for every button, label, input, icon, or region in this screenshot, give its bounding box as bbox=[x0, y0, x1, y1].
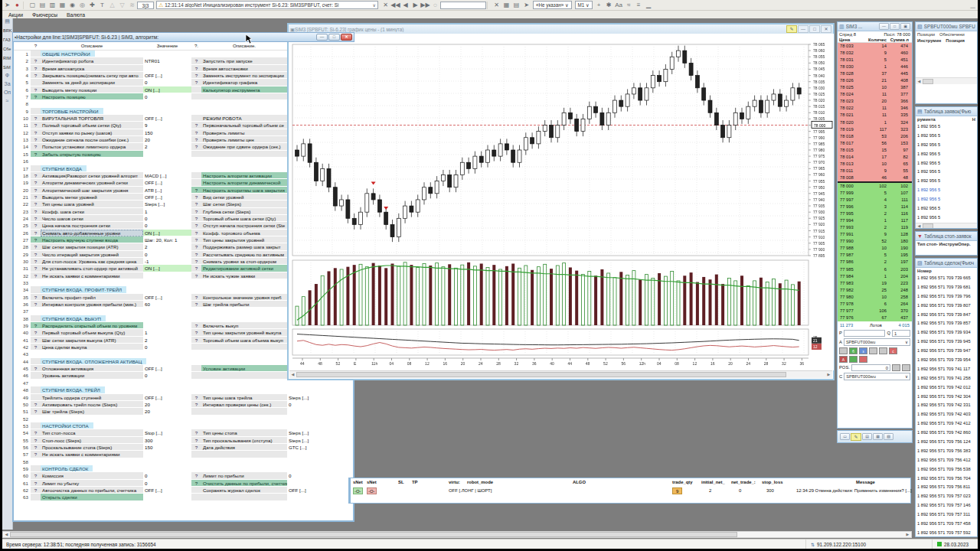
ask-row[interactable]: 78 0084648 bbox=[838, 174, 912, 181]
ticker-shortcut[interactable]: Сбе bbox=[2, 45, 12, 54]
help-button[interactable]: ? bbox=[191, 429, 201, 436]
tab-обеспечени[interactable]: Обеспечени bbox=[939, 32, 965, 37]
minimize-app-icon[interactable]: ▁ bbox=[644, 1, 654, 10]
tile-horizontal-icon[interactable]: ▤ bbox=[38, 1, 47, 10]
param-value[interactable]: 20 bbox=[143, 136, 191, 143]
order-row[interactable]: 1 892 956 5 bbox=[916, 177, 977, 186]
scroll-thumb[interactable] bbox=[10, 532, 737, 537]
trade-row[interactable]: 1 892 956 571 709 739 947 bbox=[916, 347, 977, 356]
param-value[interactable]: 0 bbox=[143, 472, 191, 479]
settings-row[interactable]: 53НАСТРОЙКИ СТОПА bbox=[14, 422, 353, 429]
pos-minus-button[interactable] bbox=[892, 364, 900, 371]
pin-icon[interactable]: ▣ bbox=[900, 23, 910, 30]
bid-row[interactable]: 78 000102102 bbox=[838, 183, 912, 190]
dialog-titlebar[interactable]: ▪ Настройки для line:1[SiM3]SPBFUT: Si-6… bbox=[12, 32, 354, 42]
help-button[interactable]: ? bbox=[191, 437, 201, 444]
help-button[interactable]: ? bbox=[191, 208, 201, 215]
bid-row[interactable]: 77 99052180 bbox=[838, 238, 912, 245]
action-cell[interactable]: Настроить алгоритм активации bbox=[201, 172, 287, 179]
trade-row[interactable]: 1 892 956 571 709 757 458 bbox=[916, 520, 977, 529]
scroll-right-icon[interactable]: ▶ bbox=[904, 531, 911, 538]
action-cell[interactable]: Условие активации bbox=[201, 365, 287, 372]
orderbook-titlebar[interactable]: ▥ SiM3 ... — □ ▣ bbox=[838, 22, 912, 31]
order-row[interactable]: 1 892 956 5 bbox=[916, 204, 977, 214]
ask-row[interactable]: 78 019117323 bbox=[838, 126, 912, 133]
help-button[interactable]: ? bbox=[31, 151, 41, 158]
close-alert-icon[interactable]: ✕ bbox=[492, 1, 501, 10]
help-button[interactable]: ? bbox=[31, 429, 41, 436]
settings-row[interactable]: 49Трейлить ордера ступенейOFF [...]?Тип … bbox=[14, 394, 353, 401]
help-button[interactable]: ? bbox=[31, 243, 41, 250]
bid-row[interactable]: 77 9875195 bbox=[838, 252, 912, 259]
order-button[interactable]: з bbox=[859, 347, 867, 354]
trade-row[interactable]: 1 892 956 571 709 739 847 bbox=[916, 311, 977, 320]
order-row[interactable]: 1 892 956 5 bbox=[916, 122, 977, 132]
settings-row[interactable]: 52 bbox=[14, 416, 353, 422]
help-button[interactable]: ? bbox=[191, 480, 201, 487]
qty-input[interactable]: 1 bbox=[892, 330, 910, 337]
param-value[interactable]: 0 bbox=[143, 79, 191, 86]
help-button[interactable]: ? bbox=[191, 337, 201, 344]
help-button[interactable]: ? bbox=[31, 208, 41, 215]
help-button[interactable]: ? bbox=[191, 65, 201, 72]
help-button[interactable]: ? bbox=[31, 365, 41, 372]
param-value[interactable]: Steps [...] bbox=[143, 201, 191, 207]
client-dropdown[interactable]: SPBFUT000wu∨ bbox=[844, 373, 910, 380]
ask-row[interactable]: 78 02111335 bbox=[838, 112, 912, 119]
close-icon[interactable]: ✕ bbox=[381, 1, 390, 10]
help-button[interactable]: ? bbox=[31, 194, 41, 201]
action-cell[interactable]: Редактирование активной сетки bbox=[201, 265, 287, 272]
order-row[interactable]: 1 892 956 5 bbox=[916, 214, 977, 223]
trade-row[interactable]: 1 892 956 571 709 742 860 bbox=[916, 429, 977, 438]
help-button[interactable]: ? bbox=[191, 143, 201, 150]
wave-icon[interactable]: ≈ bbox=[624, 1, 634, 10]
help-button[interactable]: ? bbox=[191, 272, 201, 279]
help-button[interactable]: ? bbox=[31, 172, 41, 179]
ask-row[interactable]: 78 03314474 bbox=[838, 43, 912, 50]
ticker-shortcut[interactable]: ГАЗ bbox=[2, 36, 12, 45]
settings-row[interactable]: 50?Активировать трейл после (Steps)20?Ин… bbox=[14, 401, 353, 408]
dock-tab-icon[interactable]: ▤ bbox=[2, 18, 12, 27]
dock-icon[interactable]: Ф bbox=[2, 73, 12, 81]
add-icon[interactable]: + bbox=[594, 1, 604, 10]
param-value[interactable]: Steps [...] bbox=[287, 429, 347, 436]
help-button[interactable]: ? bbox=[31, 136, 41, 143]
help-button[interactable]: ? bbox=[191, 215, 201, 222]
trade-row[interactable]: 1 892 956 571 709 742 412 bbox=[916, 419, 977, 429]
help-button[interactable]: ? bbox=[31, 143, 41, 150]
action-cell[interactable]: Калькулятор инструмента bbox=[201, 86, 287, 93]
ask-row[interactable]: 78 0315451 bbox=[838, 57, 912, 64]
ask-row[interactable]: 78 02621408 bbox=[838, 77, 912, 84]
ticker-shortcut[interactable]: BRK bbox=[2, 27, 12, 36]
ask-row[interactable]: 78 011955 bbox=[838, 168, 912, 174]
help-button[interactable]: ? bbox=[31, 272, 41, 279]
action-cell[interactable]: Открыть сделки bbox=[41, 494, 143, 500]
minimize-app-icon[interactable]: ▁ bbox=[968, 1, 978, 10]
help-button[interactable]: ? bbox=[31, 115, 41, 122]
bid-row[interactable]: 77 98225248 bbox=[838, 287, 912, 294]
settings-row[interactable]: 55?Стоп-лосс (Steps)300?Тип проскальзыва… bbox=[14, 437, 353, 444]
minimize-button[interactable]: — bbox=[316, 34, 328, 41]
action-cell[interactable]: Настроить алгоритм динамической bbox=[201, 179, 287, 186]
table-icon[interactable]: ▦ bbox=[873, 433, 883, 440]
param-value[interactable]: Stop [...] bbox=[143, 429, 191, 436]
ask-row[interactable]: 78 0131065 bbox=[838, 161, 912, 168]
param-value[interactable]: 20 bbox=[143, 408, 191, 415]
help-button[interactable]: ? bbox=[191, 265, 201, 272]
bid-row[interactable]: 77 9841204 bbox=[838, 273, 912, 280]
neutral-button[interactable] bbox=[879, 347, 887, 354]
param-value[interactable]: OFF [...] bbox=[143, 115, 191, 122]
menu-icon[interactable]: ≡ bbox=[634, 1, 644, 10]
trade-row[interactable]: 1 892 956 571 709 757 311 bbox=[916, 510, 977, 520]
crosshair-icon[interactable]: ✚ bbox=[87, 1, 97, 10]
alert-dropdown[interactable]: ⚠ 12:31:14 algoNet Инициализирован инстр… bbox=[156, 1, 378, 9]
param-value[interactable]: 20 bbox=[143, 401, 191, 408]
param-value[interactable]: 2 bbox=[143, 143, 191, 150]
ticker-shortcut[interactable]: SiM bbox=[2, 64, 12, 73]
bid-row[interactable]: 77 98319223 bbox=[838, 280, 912, 287]
action-cell[interactable]: Очистить данные по прибыли, счетчики bbox=[201, 480, 287, 487]
help-button[interactable]: ? bbox=[31, 251, 41, 258]
param-value[interactable]: 0 bbox=[287, 401, 347, 408]
param-value[interactable]: ATR [...] bbox=[143, 187, 191, 194]
prev-record-icon[interactable]: ◀ bbox=[400, 1, 410, 10]
